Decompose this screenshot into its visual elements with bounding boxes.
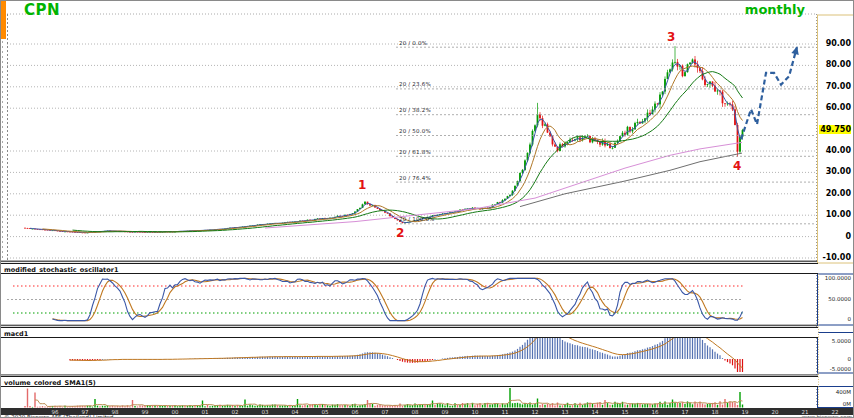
macd-panel-titlebar[interactable]: macd1 [1, 327, 818, 338]
symbol-title: CPN [24, 1, 60, 19]
copyright-text: © 2020 Bisnews AFE (Thailand) Limited [4, 415, 113, 418]
timeframe-label: monthly [745, 2, 805, 17]
chart-canvas[interactable] [1, 1, 854, 418]
volume-panel-titlebar[interactable]: volume_colored_SMA1(5) [1, 376, 818, 387]
website-text: www.bisnews.com [802, 415, 852, 418]
trading-terminal-window: CPN monthly modified_stochastic_oscillat… [0, 0, 854, 418]
status-bar: © 2020 Bisnews AFE (Thailand) Limited ww… [1, 415, 854, 418]
stochastic-panel-titlebar[interactable]: modified_stochastic_oscillator1 [1, 263, 818, 274]
volume-panel-label: volume_colored_SMA1(5) [4, 379, 96, 387]
macd-panel-label: macd1 [4, 330, 28, 338]
stochastic-panel-label: modified_stochastic_oscillator1 [4, 266, 118, 274]
active-symbol-marker [1, 1, 6, 39]
